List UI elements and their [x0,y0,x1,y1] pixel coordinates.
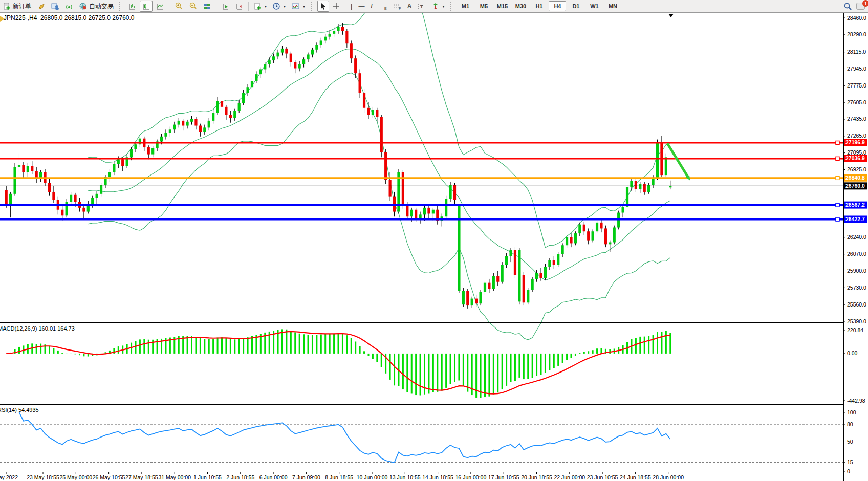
bull-candle [492,276,495,289]
search-icon[interactable] [843,2,852,11]
bear-candle [82,208,85,212]
hline-handle[interactable] [836,203,839,207]
timeframe-m1-button[interactable]: M1 [457,1,474,11]
bull-candle [462,291,465,304]
bear-candle [61,210,63,216]
auto-trading-button[interactable]: 自动交易 [77,1,116,12]
bull-candle [178,121,180,125]
crosshair-tool-button[interactable] [330,1,342,12]
macd-indicator-label: MACD(12,26,9) 160.01 164.73 [0,325,75,332]
bear-candle [229,115,232,118]
rsi-indicator-label: RSI(14) 54.4935 [0,407,39,413]
bear-candle [453,185,456,200]
timeframe-d1-button[interactable]: D1 [567,1,584,11]
bull-candle [91,198,94,204]
text-tool-button[interactable]: A [405,1,415,12]
bull-candle [639,184,641,189]
hline-handle[interactable] [836,141,839,144]
bull-candle [18,165,20,167]
new-order-button[interactable]: 新订单 [1,1,34,12]
vertical-line-tool-button[interactable]: | [348,1,355,12]
bear-candle [570,237,572,244]
timeframe-h4-button[interactable]: H4 [549,1,566,11]
bear-candle [121,159,124,166]
bull-candle [449,185,451,199]
time-axis-label: 23 Jun 10:55 [587,474,618,480]
periods-button[interactable]: ▾ [270,1,288,12]
trendline-tool-button[interactable]: / [368,1,375,12]
time-axis-label: 13 Jun 10:55 [389,474,421,480]
zoom-in-button[interactable] [172,1,185,12]
line-chart-button[interactable] [154,1,166,12]
horizontal-line-tool-button[interactable]: — [356,1,367,12]
arrows-tool-button[interactable]: ▾ [429,1,447,12]
timeframe-h1-button[interactable]: H1 [530,1,548,11]
bull-candle [70,195,72,202]
bear-candle [359,73,361,93]
notifications-button[interactable]: 1 [856,3,865,10]
channel-tool-button[interactable]: E [376,1,389,12]
indicators-icon [254,3,262,10]
toolbar-grip[interactable] [311,2,314,11]
bull-candle [501,265,504,282]
bear-candle [345,31,348,43]
bear-candle [475,299,478,304]
bear-candle [354,58,357,73]
chart-area[interactable]: 28460.028290.028115.027945.027775.027605… [0,0,868,481]
bull-candle [557,254,559,265]
bar-chart-button[interactable] [126,1,139,12]
toolbar-grip[interactable] [119,2,123,11]
hline-handle[interactable] [836,217,839,221]
chart-shift-button[interactable] [233,1,246,12]
bull-candle [302,59,305,64]
templates-button[interactable]: ▾ [289,1,308,12]
one-click-trading-toggle[interactable] [0,16,5,22]
bull-candle [264,64,266,70]
bull-candle [238,103,241,111]
bull-candle [276,53,279,57]
bear-candle [380,117,383,152]
auto-scroll-button[interactable] [219,1,232,12]
hline-handle[interactable] [836,157,839,160]
bull-candle [281,49,284,53]
bull-candle [445,199,447,216]
timeframe-mn-button[interactable]: MN [604,1,621,11]
quick-trade-button[interactable] [35,1,48,12]
fibonacci-tool-button[interactable]: F [390,1,404,12]
price-axis-label: 28460.0 [847,15,866,21]
rsi-value: 54.4935 [17,407,39,413]
signals-button[interactable] [63,1,76,12]
rsi-name: RSI(14) [0,407,17,413]
bull-candle [311,50,314,55]
timeframe-m30-button[interactable]: M30 [512,1,529,11]
bull-candle [208,121,210,128]
zoom-in-icon [175,2,183,10]
market-depth-button[interactable] [49,1,62,12]
bull-candle [333,31,335,34]
zoom-out-button[interactable] [186,1,200,12]
tile-windows-button[interactable] [201,1,213,12]
bull-candle [134,144,137,149]
bear-candle [221,101,223,107]
indicators-button[interactable]: ▾ [251,1,269,12]
bull-candle [9,194,12,206]
bull-candle [531,279,534,290]
bull-candle [527,290,529,302]
bear-candle [488,283,490,289]
candlestick-chart-button[interactable] [140,1,153,12]
price-axis-label: 27605.0 [847,99,866,105]
text-label-tool-button[interactable]: T [415,1,428,12]
timeframe-m5-button[interactable]: M5 [475,1,492,11]
toolbar-separator [216,2,216,11]
bull-candle [479,292,482,303]
hline-handle[interactable] [836,176,839,180]
timeframe-w1-button[interactable]: W1 [585,1,603,11]
timeframe-m15-button[interactable]: M15 [493,1,511,11]
bull-candle [242,93,245,103]
cursor-tool-button[interactable] [317,1,329,12]
price-axis-label: 26070.0 [847,251,866,257]
bear-candle [199,126,202,132]
bear-candle [367,108,370,115]
toolbar-grip[interactable] [450,2,453,11]
price-level-tag-text: 27196.9 [845,139,865,145]
